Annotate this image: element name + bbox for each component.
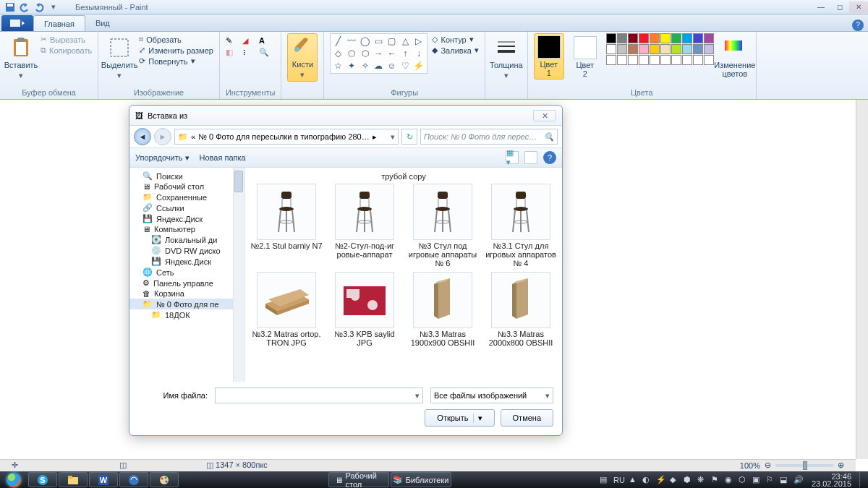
text-icon[interactable]: A	[259, 36, 273, 46]
redo-icon[interactable]	[33, 1, 45, 13]
tree-item[interactable]: 🔍Поиски	[129, 171, 244, 181]
color-swatch[interactable]	[606, 33, 616, 43]
file-thumb[interactable]: №3 Стул под игровые аппараты № 6	[406, 184, 480, 267]
fill-icon[interactable]: ◢	[242, 36, 257, 46]
tree-item[interactable]: 📁Сохраненные	[129, 192, 244, 202]
organize-button[interactable]: Упорядочить ▾	[135, 153, 190, 163]
select-button[interactable]: Выделить ▾	[104, 33, 135, 80]
color-swatch[interactable]	[671, 44, 681, 54]
color-swatch[interactable]	[704, 44, 714, 54]
color-swatch[interactable]	[639, 33, 649, 43]
tab-home[interactable]: Главная	[33, 15, 85, 31]
color-swatch[interactable]	[628, 55, 638, 65]
tree-item[interactable]: 🖥Рабочий стол	[129, 181, 244, 192]
file-thumb[interactable]: №3.3 KPB saylid JPG	[328, 272, 401, 347]
show-desktop-button[interactable]	[859, 472, 865, 487]
task-skype[interactable]: S	[28, 472, 57, 487]
color-swatch[interactable]	[628, 44, 638, 54]
color-swatch[interactable]	[704, 33, 714, 43]
nav-back-button[interactable]: ◄	[134, 128, 151, 145]
dialog-close-button[interactable]: ✕	[533, 110, 556, 121]
color-swatch[interactable]	[704, 55, 714, 65]
breadcrumb[interactable]: 📁 « № 0 Фото для пересылки в типографию …	[174, 129, 399, 145]
folder-tree[interactable]: 🔍Поиски🖥Рабочий стол📁Сохраненные🔗Ссылки💾…	[129, 168, 245, 382]
close-button[interactable]: ✕	[849, 1, 868, 13]
edit-colors-button[interactable]: Изменение цветов	[720, 33, 750, 78]
resize-button[interactable]: ⤢Изменить размер	[139, 46, 213, 55]
pencil-icon[interactable]: ✎	[226, 36, 240, 46]
color-swatch[interactable]	[606, 44, 616, 54]
cancel-button[interactable]: Отмена	[501, 409, 553, 427]
filter-select[interactable]: Все файлы изображений▾	[430, 388, 553, 403]
file-thumb[interactable]: №2.1 Stul barniy N7	[250, 184, 323, 267]
fill-shape-button[interactable]: ◆Заливка▾	[432, 46, 478, 55]
file-thumb[interactable]: №3.2 Matras ortop. TRON JPG	[250, 272, 323, 347]
minimize-button[interactable]: —	[812, 1, 830, 13]
tree-item[interactable]: 📁№ 0 Фото для пе	[129, 299, 244, 309]
eraser-icon[interactable]: ◧	[226, 48, 240, 57]
horizontal-scrollbar[interactable]	[0, 459, 856, 471]
tree-item[interactable]: 🔗Ссылки	[129, 202, 244, 213]
task-word[interactable]: W	[89, 472, 118, 487]
color-swatch[interactable]	[617, 44, 627, 54]
maximize-button[interactable]: ◻	[830, 1, 849, 13]
color-swatch[interactable]	[693, 55, 703, 65]
color-swatch[interactable]	[682, 55, 692, 65]
tree-item[interactable]: 💽Локальный ди	[129, 234, 244, 245]
color-swatch[interactable]	[671, 55, 681, 65]
color-swatch[interactable]	[617, 33, 627, 43]
open-button[interactable]: Открыть▾	[425, 409, 494, 427]
tree-item[interactable]: 💾Яндекс.Диск	[129, 213, 244, 224]
shapes-gallery[interactable]: ╱〰◯▭▢△▷ ◇⬠⬡→←↑↓ ☆✦✧☁☺♡⚡	[330, 33, 427, 74]
task-browser[interactable]	[119, 472, 148, 487]
color-swatch[interactable]	[693, 33, 703, 43]
rotate-button[interactable]: ⟳Повернуть▾	[139, 56, 213, 66]
qat-dropdown-icon[interactable]: ▾	[48, 1, 59, 13]
color-swatch[interactable]	[628, 33, 638, 43]
task-desktop[interactable]: 🖥Рабочий стол	[328, 472, 389, 487]
file-thumb[interactable]: №3.3 Matras 2000х800 OBSHII	[484, 272, 558, 347]
color-swatch[interactable]	[639, 55, 649, 65]
task-explorer[interactable]	[59, 472, 88, 487]
tray-clock[interactable]: 23:46 23.02.2015	[807, 473, 856, 487]
outline-button[interactable]: ◇Контур▾	[432, 35, 478, 44]
tree-item[interactable]: 💿DVD RW диско	[129, 245, 244, 256]
file-thumb[interactable]: №3.1 Стул для игровых аппаратов № 4	[484, 184, 558, 267]
color-swatch[interactable]	[682, 33, 692, 43]
picker-icon[interactable]: ⫶	[242, 48, 257, 57]
crop-button[interactable]: ⌗Обрезать	[139, 35, 213, 44]
color-palette[interactable]	[606, 33, 714, 65]
paste-button[interactable]: Вставить ▾	[6, 33, 36, 80]
save-icon[interactable]	[4, 1, 16, 13]
color1-button[interactable]: Цвет 1	[534, 33, 564, 80]
file-list[interactable]: трубой сору №2.1 Stul barniy N7№2-Стул-п…	[245, 168, 562, 382]
file-tab[interactable]	[1, 15, 33, 31]
search-input[interactable]: Поиск: № 0 Фото для перес… 🔍	[420, 129, 558, 145]
color-swatch[interactable]	[693, 44, 703, 54]
start-button[interactable]	[0, 471, 27, 488]
color-swatch[interactable]	[617, 55, 627, 65]
tree-item[interactable]: 🖥Компьютер	[129, 224, 244, 234]
color-swatch[interactable]	[639, 44, 649, 54]
tab-view[interactable]: Вид	[85, 15, 120, 31]
tree-item[interactable]: ⚙Панель управле	[129, 278, 244, 288]
brushes-button[interactable]: Кисти ▾	[287, 33, 318, 82]
color-swatch[interactable]	[660, 33, 671, 43]
filename-input[interactable]: ▾	[215, 388, 423, 403]
color-swatch[interactable]	[660, 55, 671, 65]
refresh-button[interactable]: ↻	[401, 129, 417, 145]
task-libraries[interactable]: 📚Библиотеки	[391, 472, 451, 487]
tree-scrollbar[interactable]	[233, 168, 244, 382]
task-paint[interactable]	[150, 472, 179, 487]
thickness-button[interactable]: Толщина ▾	[491, 33, 522, 80]
color-swatch[interactable]	[682, 44, 692, 54]
color-swatch[interactable]	[671, 33, 681, 43]
color-swatch[interactable]	[650, 33, 660, 43]
color-swatch[interactable]	[650, 44, 660, 54]
system-tray[interactable]: ▤ RU ▲ ◐ ⚡ ◆ ⬢ ❋ ⚑ ◉ ⬡ ▣ ⚐ ⬓ 🔊 23:46 23.…	[600, 472, 868, 487]
file-thumb[interactable]: №3.3 Matras 1900х900 OBSHII	[406, 272, 480, 347]
tree-item[interactable]: 🗑Корзина	[129, 288, 244, 299]
color-swatch[interactable]	[660, 44, 671, 54]
tree-item[interactable]: 📁18ДОК	[129, 309, 244, 320]
color2-button[interactable]: Цвет 2	[570, 33, 600, 78]
